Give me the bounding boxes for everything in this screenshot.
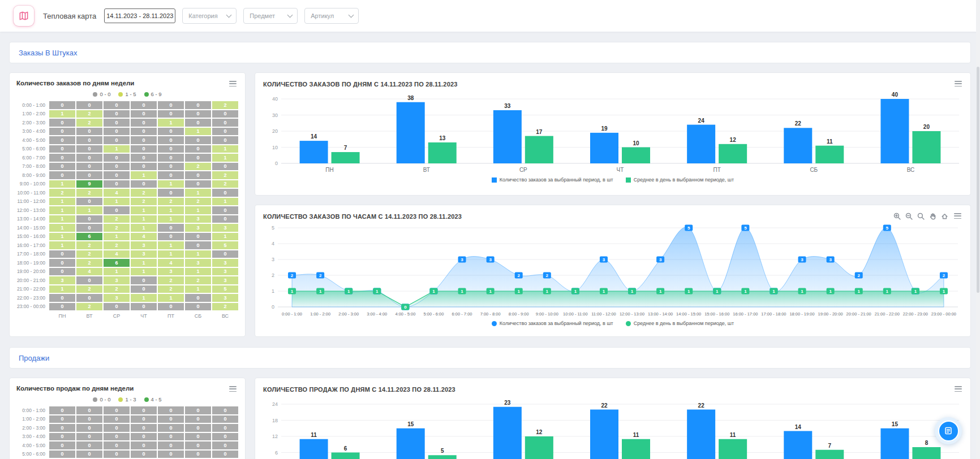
zoom-out-icon[interactable]	[905, 213, 913, 220]
heatmap-cell: 0	[49, 268, 75, 276]
hour-label: 1:00 - 2:00	[16, 416, 48, 422]
hour-label: 5:00 - 6:00	[16, 146, 48, 151]
heatmap-cell: 1	[158, 250, 184, 258]
heatmap-cell: 3	[212, 276, 238, 284]
heatmap-cell: 0	[49, 259, 75, 267]
hour-label: 19:00 - 20:00	[16, 269, 48, 274]
heatmap-cell: 0	[131, 101, 157, 109]
heatmap-cell: 0	[212, 250, 238, 258]
bar-value-label: 38	[407, 95, 414, 101]
heatmap-cell: 0	[212, 136, 238, 144]
heatmap-cell: 2	[76, 189, 102, 197]
legend-dot	[93, 92, 97, 97]
bar-value-label: 22	[601, 402, 608, 409]
card-menu-icon[interactable]	[953, 80, 963, 88]
heatmap-cell: 0	[49, 441, 75, 449]
heatmap-cell: 1	[49, 206, 75, 214]
hour-label: 20:00 - 21:00	[16, 278, 48, 283]
bar-value-label: 15	[892, 421, 899, 427]
card-menu-icon[interactable]	[228, 385, 238, 393]
app-logo[interactable]	[14, 6, 34, 26]
heatmap-cell: 0	[104, 180, 130, 188]
heatmap-cell: 0	[131, 415, 157, 423]
bar	[525, 436, 553, 459]
legend-item: Среднее в день в выбранном периоде, шт	[626, 177, 734, 183]
bar-value-label: 11	[827, 138, 833, 145]
heatmap-cell: 2	[212, 171, 238, 179]
point-label-value: 1	[376, 289, 379, 294]
bar	[719, 439, 747, 459]
article-select[interactable]: Артикул	[304, 8, 359, 24]
feedback-fab[interactable]	[935, 417, 962, 444]
orders-section-header: Заказы В Штуках	[9, 42, 971, 63]
bar-value-label: 33	[504, 103, 511, 109]
card-menu-icon[interactable]	[228, 80, 238, 88]
heatmap-cell: 0	[212, 128, 238, 136]
heatmap-cell: 0	[158, 415, 184, 423]
subject-select[interactable]: Предмет	[243, 8, 298, 24]
point-label-value: 3	[489, 257, 492, 262]
hour-label: 3:00 - 4:00	[16, 128, 48, 134]
point-label-value: 1	[829, 289, 832, 294]
heatmap-cell: 0	[212, 424, 238, 432]
heatmap-cell: 1	[49, 224, 75, 232]
legend-label: 0 - 0	[100, 91, 110, 97]
category-select[interactable]: Категория	[182, 8, 237, 24]
heatmap-cell: 0	[131, 276, 157, 284]
heatmap-cell: 1	[131, 268, 157, 276]
hour-label: 8:00 - 9:00	[16, 172, 48, 178]
hour-label: 0:00 - 1:00	[16, 102, 48, 108]
heatmap-cell: 0	[104, 136, 130, 144]
orders-section-title[interactable]: Заказы В Штуках	[19, 49, 78, 57]
heatmap-cell: 0	[131, 433, 157, 441]
heatmap-cell: 0	[158, 224, 184, 232]
legend-swatch	[626, 177, 631, 183]
heatmap-cell: 2	[76, 250, 102, 258]
card-menu-icon[interactable]	[953, 212, 962, 220]
heatmap-cell: 0	[49, 119, 75, 127]
y-tick-label: 24	[272, 401, 278, 407]
bar	[784, 128, 812, 163]
heatmap-cell: 0	[104, 154, 130, 162]
heatmap-cell: 1	[49, 110, 75, 118]
home-icon[interactable]	[941, 213, 948, 220]
y-tick-label: 10	[272, 145, 278, 150]
heatmap-row: 2:00 - 3:000000000	[16, 424, 238, 432]
heatmap-cell: 0	[212, 206, 238, 214]
heatmap-cell: 3	[131, 250, 157, 258]
heatmap-cell: 1	[131, 215, 157, 223]
heatmap-cell: 0	[76, 424, 102, 432]
sales-section-title[interactable]: Продажи	[19, 354, 49, 362]
pan-hand-icon[interactable]	[929, 213, 936, 220]
heatmap-cell: 1	[158, 119, 184, 127]
bar	[300, 141, 328, 163]
heatmap-row: 6:00 - 7:000000001	[16, 154, 238, 162]
chart-legend: Количество заказов за выбранный период, …	[263, 321, 962, 326]
search-icon[interactable]	[917, 213, 925, 220]
zoom-in-icon[interactable]	[893, 213, 901, 220]
main-content: Заказы В Штуках Количество заказов по дн…	[0, 42, 980, 459]
heatmap-cell: 0	[104, 171, 130, 179]
heatmap-cell: 0	[185, 119, 211, 127]
card-menu-icon[interactable]	[953, 385, 963, 393]
x-axis-label: ПТ	[713, 167, 720, 173]
bar-value-label: 11	[633, 432, 639, 438]
bar	[719, 144, 747, 163]
legend-label: 4 - 5	[151, 396, 162, 402]
heatmap-cell: 0	[131, 303, 157, 311]
heatmap-legend-item: 0 - 0	[93, 91, 110, 97]
y-tick-label: 2	[272, 272, 274, 278]
heatmap-cell: 2	[104, 215, 130, 223]
bar	[428, 455, 457, 459]
heatmap-cell: 0	[131, 441, 157, 449]
x-axis-label: 9:00 - 10:00	[536, 311, 558, 317]
heatmap-row: 14:00 - 15:001021033	[16, 224, 238, 232]
heatmap-cell: 0	[49, 250, 75, 258]
heatmap-cell: 0	[49, 101, 75, 109]
heatmap-cell: 0	[158, 171, 184, 179]
date-range-input[interactable]	[104, 8, 175, 23]
heatmap-cell: 0	[185, 241, 211, 249]
point-label-value: 2	[857, 273, 860, 278]
orders-heatmap-card: Количество заказов по дням недели 0 - 01…	[9, 72, 246, 337]
scrollbar-thumb[interactable]	[977, 67, 979, 293]
